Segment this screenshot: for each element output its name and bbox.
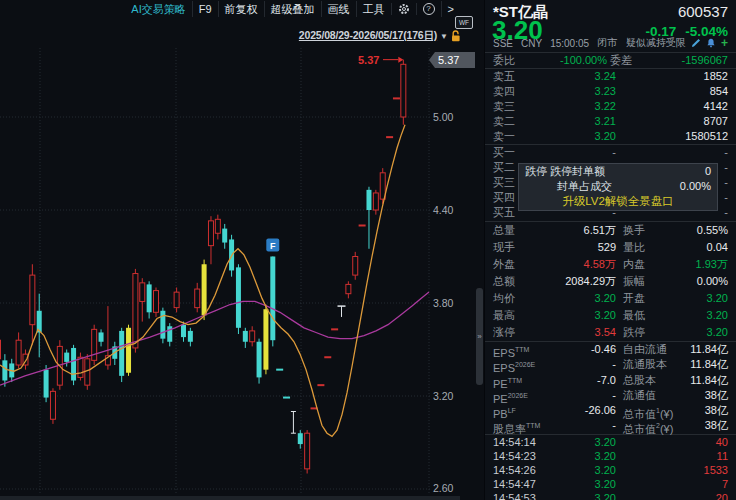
svg-text:2.60: 2.60 (433, 482, 454, 494)
fundamental-value: - (612, 418, 616, 433)
stat-label: 内盘 (623, 256, 645, 273)
ask-price: 3.20 (595, 129, 616, 144)
fundamental-row: PE2026E-流通值38亿 (485, 388, 736, 403)
fundamental-value: 11.84亿 (690, 357, 728, 372)
fundamental-label: 自由流通 (623, 342, 667, 357)
panel-collapse-handle[interactable]: » (476, 288, 483, 385)
date-range-control[interactable]: 2025/08/29-2026/05/17(176日) ▼ (299, 29, 462, 43)
bid-price: - (612, 145, 616, 160)
fundamental-value: 38亿 (705, 403, 728, 418)
limit-down-lock-label: 跌停 跌停封单额 (525, 164, 605, 179)
ask-level-label: 卖二 (493, 114, 515, 129)
stat-label: 开盘 (623, 290, 645, 307)
stat-label: 最高 (493, 307, 515, 324)
fundamental-row: PBLF-26.06总市值1(¥)38亿 (485, 403, 736, 418)
stats-row: 均价3.20开盘3.20 (485, 290, 736, 307)
edit-pencil-icon[interactable] (691, 38, 701, 48)
tick-volume: 40 (716, 435, 728, 449)
date-range-label[interactable]: 2025/08/29-2026/05/17(176日) (299, 29, 437, 43)
tick-price: 3.20 (595, 463, 616, 477)
stats-row: 总量6.51万换手0.55% (485, 222, 736, 239)
fundamental-label: 流通值 (623, 388, 656, 403)
ask-level-label: 卖一 (493, 129, 515, 144)
quote-panel: *ST亿晶 600537 3.20 -0.17-5.04% SSE CNY 15… (484, 0, 736, 500)
svg-text:5.00: 5.00 (433, 111, 454, 123)
bid-level-label: 买二 (493, 160, 515, 175)
order-imbalance-row: 委比 -100.00% 委差 -1596067 (485, 52, 736, 68)
bid-volume: - (724, 190, 728, 205)
exchange-label: SSE (493, 38, 513, 49)
tick-row: 14:54:263.201533 (485, 463, 736, 477)
svg-text:3.20: 3.20 (433, 390, 454, 402)
fundamental-row: EPS2026E-流通股本11.84亿 (485, 357, 736, 372)
ask-level-label: 卖四 (493, 84, 515, 99)
tick-row: 14:54:233.2011 (485, 449, 736, 463)
alert-bell-icon[interactable] (706, 38, 716, 48)
fundamentals-block: EPSTTM-0.46自由流通11.84亿EPS2026E-流通股本11.84亿… (485, 341, 736, 434)
toolbar-item-AI交易策略[interactable]: AI交易策略 (125, 1, 191, 17)
ask-volume: 1852 (704, 69, 728, 84)
weibi-label: 委比 (493, 53, 515, 68)
wf-badge-icon[interactable]: WF (455, 16, 473, 29)
market-status: 闭市 (597, 36, 617, 50)
gear-icon[interactable] (391, 3, 416, 15)
tick-price: 3.20 (595, 491, 616, 500)
stat-value: 6.51万 (584, 222, 616, 239)
stat-value: 1.93万 (696, 256, 728, 273)
ask-row: 卖三3.224142 (485, 99, 736, 114)
ask-price: 3.23 (595, 84, 616, 99)
tick-time: 14:54:47 (493, 477, 536, 491)
lv2-upgrade-link[interactable]: 升级LV2解锁全景盘口 (519, 194, 717, 210)
bid-volume: - (724, 175, 728, 190)
stat-value: 529 (598, 239, 616, 256)
toolbar-item-工具[interactable]: 工具 (356, 1, 391, 17)
stat-value: 3.54 (595, 324, 616, 341)
ask-level-label: 卖五 (493, 69, 515, 84)
stat-label: 振幅 (623, 273, 645, 290)
stat-label: 最低 (623, 307, 645, 324)
bid-levels: 买一--买二--买三--买四--买五-- 跌停 跌停封单额 0 封单占成交 0.… (485, 144, 736, 221)
fundamental-row: EPSTTM-0.46自由流通11.84亿 (485, 342, 736, 357)
stat-value: 0.55% (697, 222, 728, 239)
restriction-tag: 疑似减持受限 (626, 36, 686, 50)
add-watchlist-icon[interactable]: + (721, 38, 728, 48)
quote-header: *ST亿晶 600537 3.20 -0.17-5.04% SSE CNY 15… (485, 0, 736, 52)
quote-subheader: SSE CNY 15:00:05 闭市 疑似减持受限 + (493, 36, 728, 50)
fundamental-value: -26.06 (585, 403, 616, 418)
stat-label: 总量 (493, 222, 515, 239)
help-icon[interactable]: ? (416, 3, 441, 15)
lv2-overlay: 跌停 跌停封单额 0 封单占成交 0.00% 升级LV2解锁全景盘口 (518, 163, 718, 211)
ask-row: 卖四3.23854 (485, 84, 736, 99)
lock-ratio-value: 0.00% (680, 179, 711, 194)
toolbar-item-F9[interactable]: F9 (192, 1, 218, 17)
stat-value: 0.00% (697, 273, 728, 290)
toolbar-item-超级叠加[interactable]: 超级叠加 (264, 1, 321, 17)
unlock-icon[interactable] (451, 30, 462, 42)
tick-time: 14:54:26 (493, 463, 536, 477)
fundamental-value: - (612, 357, 616, 372)
stat-label: 现手 (493, 239, 515, 256)
tick-volume: 20 (716, 491, 728, 500)
ask-volume: 854 (710, 84, 728, 99)
toolbar-item-画线[interactable]: 画线 (321, 1, 356, 17)
stat-label: 涨停 (493, 324, 515, 341)
ask-price: 3.22 (595, 99, 616, 114)
bid-level-label: 买三 (493, 175, 515, 190)
toolbar-item-前复权[interactable]: 前复权 (218, 1, 264, 17)
fundamental-label: 总股本 (623, 373, 656, 388)
tick-time: 14:54:53 (493, 491, 536, 500)
more-chevron-icon[interactable]: > (441, 1, 460, 17)
fundamental-value: - (612, 388, 616, 403)
candlestick-chart[interactable]: 5.004.403.803.202.60F5.37 (0, 0, 460, 500)
weibi-value: -100.00% (560, 53, 607, 68)
fundamental-row: 股息率TTM-总市值2(¥)38亿 (485, 418, 736, 433)
stat-value: 3.20 (707, 324, 728, 341)
stats-row: 总额2084.29万振幅0.00% (485, 273, 736, 290)
stats-row: 现手529量比0.04 (485, 239, 736, 256)
chevron-down-icon[interactable]: ▼ (440, 32, 448, 41)
bid-volume: - (724, 145, 728, 160)
event-flag-icon: F (270, 241, 276, 251)
stat-value: 3.20 (595, 290, 616, 307)
bid-level-label: 买四 (493, 190, 515, 205)
tick-row: 14:54:533.2020 (485, 491, 736, 500)
